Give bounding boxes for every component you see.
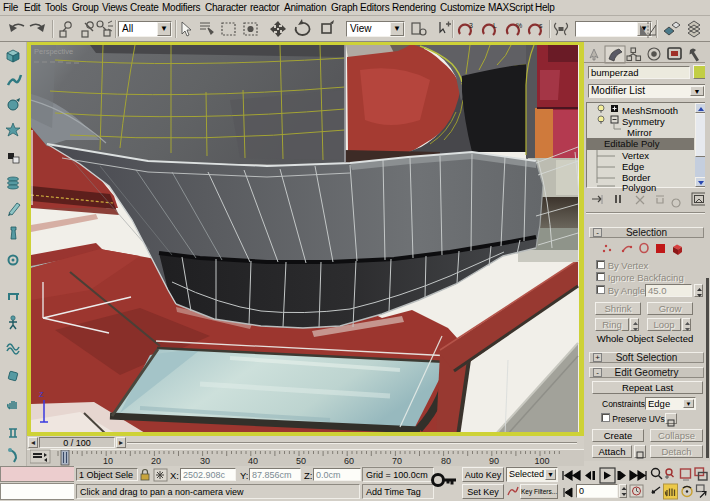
svg-text:%: %: [516, 22, 522, 29]
svg-text:Perspective: Perspective: [34, 47, 73, 56]
svg-text:s: s: [539, 22, 543, 29]
svg-text:100: 100: [534, 456, 549, 466]
svg-text:10: 10: [103, 456, 113, 466]
svg-text:70: 70: [392, 456, 402, 466]
svg-text:30: 30: [200, 456, 210, 466]
svg-text:40: 40: [248, 456, 258, 466]
svg-text:3: 3: [469, 22, 473, 29]
svg-text:60: 60: [344, 456, 354, 466]
svg-text:Z: Z: [39, 391, 44, 398]
svg-text:L: L: [493, 22, 497, 29]
svg-text:80: 80: [441, 456, 451, 466]
svg-text:50: 50: [296, 456, 306, 466]
svg-text:20: 20: [151, 456, 161, 466]
svg-text:90: 90: [489, 456, 499, 466]
